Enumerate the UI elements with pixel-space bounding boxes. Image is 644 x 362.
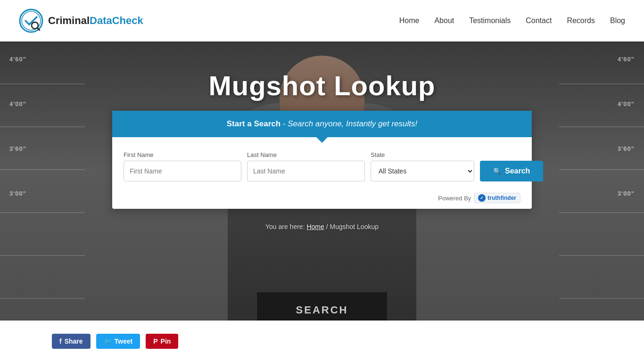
state-select[interactable]: All States Alabama Alaska Arizona Califo… (371, 161, 474, 181)
breadcrumb-current: Mugshot Lookup (330, 223, 379, 230)
breadcrumb-home[interactable]: Home (306, 223, 324, 230)
page-title: Mugshot Lookup (208, 70, 435, 101)
nav-about[interactable]: About (434, 16, 454, 25)
twitter-label: Tweet (115, 337, 133, 345)
ruler-labels-left: 4'60" 4'00" 3'60" 3'00" (9, 41, 26, 362)
pinterest-icon: P (153, 337, 157, 345)
breadcrumb: You are here: Home / Mugshot Lookup (265, 223, 379, 230)
search-header-bold: Start a Search (227, 119, 281, 128)
ruler-label-4: 3'00" (9, 190, 26, 197)
ruler-label-2: 4'00" (9, 100, 26, 107)
truthfinder-badge: ✓ truthfinder (474, 193, 520, 203)
ruler-label-3: 3'60" (9, 145, 26, 152)
first-name-label: First Name (124, 151, 241, 158)
state-label: State (371, 151, 474, 158)
search-box: Start a Search - Search anyone, Instantl… (112, 111, 532, 209)
breadcrumb-prefix: You are here: (265, 223, 305, 230)
powered-by: Powered By ✓ truthfinder (112, 191, 532, 209)
last-name-group: Last Name (247, 151, 365, 181)
nav-testimonials[interactable]: Testimonials (469, 16, 511, 25)
sign-line1: SEARCH (296, 304, 348, 316)
pinterest-label: Pin (161, 337, 171, 345)
ruler-label-r3: 3'60" (618, 145, 635, 152)
first-name-input[interactable] (124, 161, 241, 181)
logo-icon (19, 8, 43, 33)
search-icon: 🔍 (493, 167, 501, 175)
first-name-group: First Name (124, 151, 241, 181)
facebook-icon: f (59, 337, 62, 345)
state-group: State All States Alabama Alaska Arizona … (371, 151, 474, 181)
ruler-label-r2: 4'00" (618, 100, 635, 107)
hero-section: 4'60" 4'00" 3'60" 3'00" 4'60" 4'00" 3'60… (0, 41, 644, 362)
nav-home[interactable]: Home (399, 16, 420, 25)
search-fields: First Name Last Name State All States Al… (112, 137, 532, 191)
ruler-labels-right: 4'60" 4'00" 3'60" 3'00" (618, 41, 635, 362)
logo-brand: CriminalDataCheck (48, 15, 143, 27)
twitter-icon: 🐦 (104, 337, 112, 345)
logo[interactable]: CriminalDataCheck (19, 8, 143, 33)
search-button[interactable]: 🔍 Search (480, 161, 543, 181)
svg-point-0 (20, 9, 42, 32)
nav-blog[interactable]: Blog (610, 16, 625, 25)
tf-brand: truthfinder (487, 195, 516, 201)
nav-records[interactable]: Records (567, 16, 595, 25)
nav-contact[interactable]: Contact (526, 16, 552, 25)
powered-by-text: Powered By (438, 195, 471, 202)
search-header: Start a Search - Search anyone, Instantl… (112, 111, 532, 137)
search-header-italic: - Search anyone, Instantly get results! (283, 119, 417, 128)
search-button-label: Search (505, 167, 530, 175)
pinterest-share-button[interactable]: P Pin (146, 334, 178, 349)
header: CriminalDataCheck Home About Testimonial… (0, 0, 644, 41)
twitter-share-button[interactable]: 🐦 Tweet (96, 334, 140, 349)
bottom-bar: f Share 🐦 Tweet P Pin (0, 321, 644, 362)
main-nav: Home About Testimonials Contact Records … (399, 16, 625, 25)
last-name-label: Last Name (247, 151, 365, 158)
last-name-input[interactable] (247, 161, 365, 181)
tf-icon: ✓ (478, 194, 486, 202)
ruler-label-r1: 4'60" (618, 56, 635, 63)
facebook-label: Share (65, 337, 83, 345)
ruler-label-1: 4'60" (9, 56, 26, 63)
breadcrumb-separator: / (326, 223, 328, 230)
facebook-share-button[interactable]: f Share (52, 334, 91, 349)
ruler-label-r4: 3'00" (618, 190, 635, 197)
